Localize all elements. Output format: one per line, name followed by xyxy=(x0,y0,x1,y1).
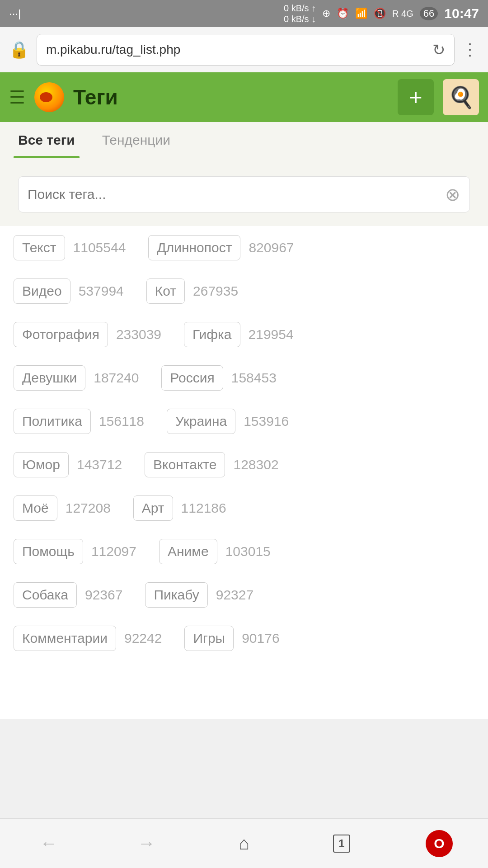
tabs-button[interactable]: 1 xyxy=(319,828,364,859)
tag-count: 156118 xyxy=(99,414,144,429)
tag-count: 537994 xyxy=(79,283,124,299)
tag-item: Аниме 103015 xyxy=(159,539,271,564)
avatar[interactable]: 🍳 xyxy=(443,79,479,115)
tag-row: Видео 537994 Кот 267935 xyxy=(14,278,474,304)
opera-icon: O xyxy=(426,830,453,857)
tag-badge[interactable]: Россия xyxy=(161,365,223,391)
forward-icon: → xyxy=(137,833,155,854)
tab-trending[interactable]: Тенденции xyxy=(98,122,175,158)
tag-badge[interactable]: Пикабу xyxy=(145,582,207,608)
more-options-icon[interactable]: ⋮ xyxy=(462,40,479,59)
home-button[interactable]: ⌂ xyxy=(221,828,267,859)
tag-count: 267935 xyxy=(193,283,238,299)
tag-item: Вконтакте 128302 xyxy=(145,452,278,477)
tag-badge[interactable]: Политика xyxy=(14,409,91,434)
url-text: m.pikabu.ru/tag_list.php xyxy=(46,42,180,57)
tag-item: Текст 1105544 xyxy=(14,235,126,260)
tag-badge[interactable]: Видео xyxy=(14,278,70,304)
tag-badge[interactable]: Длиннопост xyxy=(148,235,240,260)
tag-row: Комментарии 92242 Игры 90176 xyxy=(14,626,474,651)
hamburger-menu-icon[interactable]: ☰ xyxy=(9,87,25,108)
tag-count: 153916 xyxy=(244,414,289,429)
tag-item: Гифка 219954 xyxy=(184,322,294,347)
opera-button[interactable]: O xyxy=(417,828,462,859)
tag-count: 820967 xyxy=(249,240,294,255)
tag-badge[interactable]: Аниме xyxy=(159,539,217,564)
tag-count: 103015 xyxy=(225,544,271,559)
app-logo xyxy=(34,82,64,112)
page-title: Теги xyxy=(73,85,389,109)
data-speed: 0 kB/s ↑ 0 kB/s ↓ xyxy=(284,3,316,24)
tag-count: 92242 xyxy=(124,631,162,646)
tag-item: Помощь 112097 xyxy=(14,539,136,564)
tag-count: 143712 xyxy=(77,457,122,472)
lock-icon: 🔒 xyxy=(9,40,29,59)
status-left: ···| xyxy=(9,7,21,20)
tag-row: Помощь 112097 Аниме 103015 xyxy=(14,539,474,564)
tag-count: 128302 xyxy=(233,457,278,472)
tag-badge[interactable]: Юмор xyxy=(14,452,69,477)
tag-row: Моё 127208 Арт 112186 xyxy=(14,495,474,521)
tag-item: Политика 156118 xyxy=(14,409,144,434)
tag-row: Фотография 233039 Гифка 219954 xyxy=(14,322,474,347)
tag-count: 92367 xyxy=(85,587,122,603)
clear-search-icon[interactable]: ⊗ xyxy=(445,184,460,205)
tag-badge[interactable]: Гифка xyxy=(184,322,240,347)
tag-badge[interactable]: Моё xyxy=(14,495,57,521)
tag-badge[interactable]: Девушки xyxy=(14,365,85,391)
back-button[interactable]: ← xyxy=(26,828,71,859)
tag-row: Девушки 187240 Россия 158453 xyxy=(14,365,474,391)
tag-count: 92327 xyxy=(216,587,253,603)
add-circle-icon: ⊕ xyxy=(322,8,330,19)
status-dots: ···| xyxy=(9,7,21,20)
tab-all-tags[interactable]: Все теги xyxy=(14,122,80,158)
tag-badge[interactable]: Украина xyxy=(167,409,235,434)
tag-item: Комментарии 92242 xyxy=(14,626,162,651)
tag-item: Пикабу 92327 xyxy=(145,582,253,608)
search-container: ⊗ xyxy=(18,176,470,212)
tag-item: Длиннопост 820967 xyxy=(148,235,294,260)
tag-badge[interactable]: Помощь xyxy=(14,539,83,564)
tag-item: Украина 153916 xyxy=(167,409,289,434)
url-box[interactable]: m.pikabu.ru/tag_list.php ↻ xyxy=(37,34,455,66)
tag-badge[interactable]: Текст xyxy=(14,235,65,260)
wifi-icon: 📶 xyxy=(355,8,367,19)
forward-button[interactable]: → xyxy=(124,828,169,859)
tag-count: 219954 xyxy=(249,327,294,342)
tag-count: 90176 xyxy=(242,631,279,646)
tag-badge[interactable]: Вконтакте xyxy=(145,452,225,477)
tag-badge[interactable]: Комментарии xyxy=(14,626,116,651)
tag-count: 233039 xyxy=(116,327,161,342)
tag-badge[interactable]: Игры xyxy=(184,626,234,651)
tag-item: Кот 267935 xyxy=(146,278,238,304)
tag-item: Девушки 187240 xyxy=(14,365,139,391)
tag-badge[interactable]: Собака xyxy=(14,582,77,608)
app-header: ☰ Теги + 🍳 xyxy=(0,72,488,122)
reload-icon[interactable]: ↻ xyxy=(432,41,445,59)
tag-count: 112186 xyxy=(181,500,226,516)
tag-row: Текст 1105544 Длиннопост 820967 xyxy=(14,235,474,260)
tag-item: Фотография 233039 xyxy=(14,322,161,347)
tag-count: 112097 xyxy=(91,544,136,559)
status-right: 0 kB/s ↑ 0 kB/s ↓ ⊕ ⏰ 📶 📵 R 4G 66 10:47 xyxy=(284,3,479,24)
tag-row: Политика 156118 Украина 153916 xyxy=(14,409,474,434)
tag-item: Россия 158453 xyxy=(161,365,277,391)
tags-container: Текст 1105544 Длиннопост 820967 Видео 53… xyxy=(0,226,488,719)
browser-bar: 🔒 m.pikabu.ru/tag_list.php ↻ ⋮ xyxy=(0,27,488,72)
status-bar: ···| 0 kB/s ↑ 0 kB/s ↓ ⊕ ⏰ 📶 📵 R 4G 66 1… xyxy=(0,0,488,27)
back-icon: ← xyxy=(40,833,58,854)
search-input[interactable] xyxy=(28,187,445,202)
home-icon: ⌂ xyxy=(239,833,249,854)
add-button[interactable]: + xyxy=(398,79,434,115)
bottom-nav: ← → ⌂ 1 O xyxy=(0,818,488,868)
tag-item: Моё 127208 xyxy=(14,495,111,521)
tag-badge[interactable]: Кот xyxy=(146,278,185,304)
tag-item: Юмор 143712 xyxy=(14,452,122,477)
tag-badge[interactable]: Фотография xyxy=(14,322,108,347)
tag-count: 187240 xyxy=(94,370,139,386)
tag-badge[interactable]: Арт xyxy=(133,495,173,521)
tag-count: 1105544 xyxy=(73,240,126,255)
tag-count: 158453 xyxy=(231,370,277,386)
tag-row: Собака 92367 Пикабу 92327 xyxy=(14,582,474,608)
signal-4g: R 4G xyxy=(392,9,413,19)
